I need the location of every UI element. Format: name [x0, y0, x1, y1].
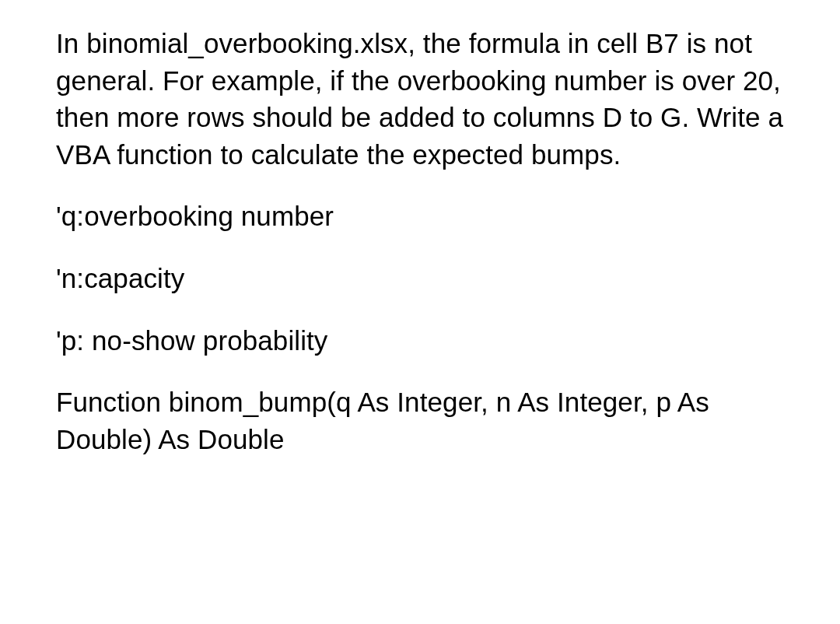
function-signature: Function binom_bump(q As Integer, n As I… [56, 384, 786, 457]
problem-description: In binomial_overbooking.xlsx, the formul… [56, 25, 786, 173]
comment-q: 'q:overbooking number [56, 198, 786, 235]
comment-n: 'n:capacity [56, 260, 786, 297]
comment-p: 'p: no-show probability [56, 322, 786, 359]
document-content: In binomial_overbooking.xlsx, the formul… [56, 25, 786, 457]
